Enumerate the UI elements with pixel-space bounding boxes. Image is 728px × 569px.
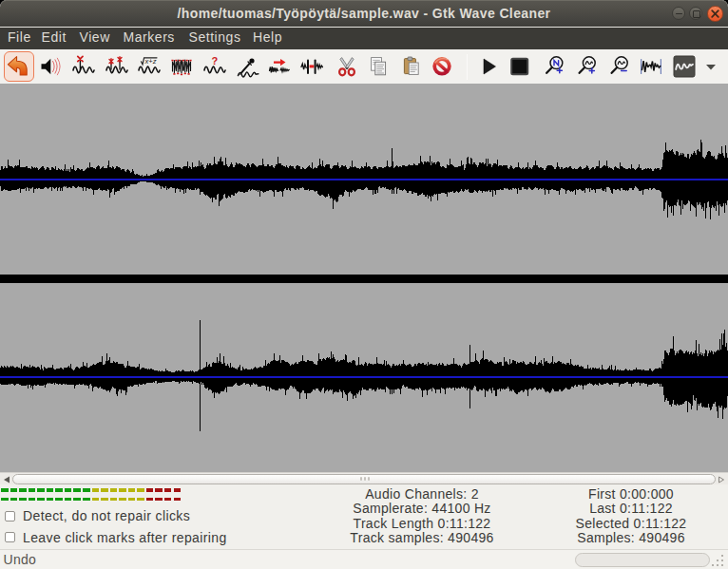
svg-text:?: ?	[211, 55, 218, 66]
svg-text:x+z: x+z	[144, 57, 156, 66]
